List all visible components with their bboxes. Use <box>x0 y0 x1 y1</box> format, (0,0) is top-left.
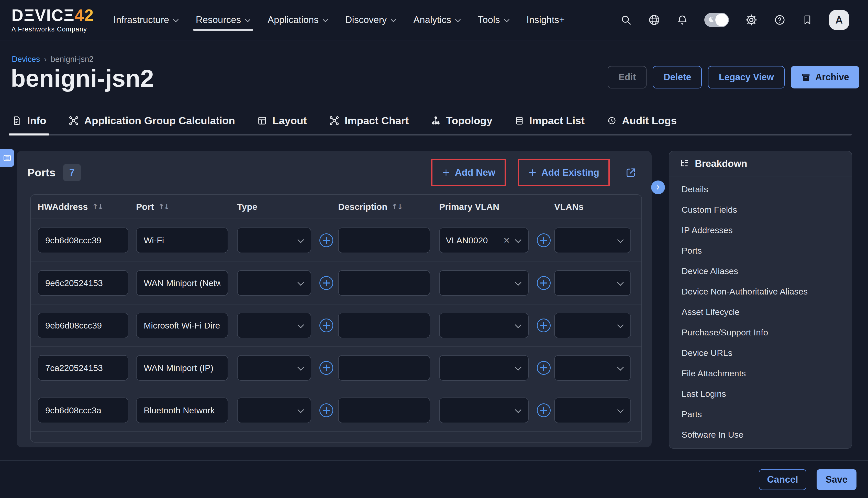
port-input[interactable] <box>136 270 228 296</box>
primary-vlan-select[interactable]: VLAN0020× <box>439 227 529 253</box>
description-input[interactable] <box>338 397 430 423</box>
hwaddress-input[interactable] <box>38 355 128 381</box>
add-type-button[interactable] <box>320 233 333 247</box>
vlans-select[interactable] <box>554 313 631 338</box>
sidebar-item-custom-fields[interactable]: Custom Fields <box>669 199 852 220</box>
help-icon[interactable] <box>774 14 786 26</box>
column-header-port[interactable]: Port↑↓ <box>136 202 237 212</box>
sidebar-item-device-non-authoritative-aliases[interactable]: Device Non-Authoritative Aliases <box>669 281 852 302</box>
primary-vlan-select[interactable] <box>439 270 529 296</box>
add-primary-vlan-button[interactable] <box>537 361 550 375</box>
clear-icon[interactable]: × <box>503 235 510 246</box>
device42-app: DΞVICΞ42 A Freshworks Company Infrastruc… <box>0 0 868 498</box>
column-header-hwaddress[interactable]: HWAddress↑↓ <box>31 202 136 212</box>
table-row <box>31 389 642 431</box>
table-header: HWAddress↑↓ Port↑↓ Type Description↑↓ Pr… <box>31 195 642 219</box>
chevron-down-icon <box>514 322 522 329</box>
tab-audit-logs[interactable]: Audit Logs <box>605 106 678 135</box>
delete-button[interactable]: Delete <box>653 66 702 89</box>
port-input[interactable] <box>136 313 228 338</box>
edit-button[interactable]: Edit <box>608 66 647 89</box>
toggle-knob <box>715 14 728 26</box>
port-input[interactable] <box>136 397 228 423</box>
description-input[interactable] <box>338 270 430 296</box>
tab-bar: Info Application Group Calculation Layou… <box>10 106 852 135</box>
tab-topology[interactable]: Topology <box>429 106 494 135</box>
type-select[interactable] <box>237 397 311 423</box>
add-new-button[interactable]: Add New <box>432 160 505 185</box>
side-panel-flag-button[interactable] <box>0 149 14 167</box>
add-primary-vlan-button[interactable] <box>537 276 550 290</box>
tab-impact-list[interactable]: Impact List <box>513 106 586 135</box>
add-primary-vlan-button[interactable] <box>537 403 550 417</box>
hub-icon <box>68 115 79 126</box>
sidebar-item-parts[interactable]: Parts <box>669 404 852 424</box>
hwaddress-input[interactable] <box>38 227 128 253</box>
theme-toggle[interactable] <box>704 13 729 27</box>
tab-info[interactable]: Info <box>10 106 48 135</box>
description-input[interactable] <box>338 227 430 253</box>
vlans-select[interactable] <box>554 227 631 253</box>
sidebar-item-asset-lifecycle[interactable]: Asset Lifecycle <box>669 302 852 322</box>
sidebar-item-file-attachments[interactable]: File Attachments <box>669 363 852 383</box>
settings-gear-icon[interactable] <box>745 14 757 26</box>
vlans-select[interactable] <box>554 270 631 296</box>
description-input[interactable] <box>338 313 430 338</box>
sidebar-item-last-logins[interactable]: Last Logins <box>669 383 852 404</box>
tab-layout[interactable]: Layout <box>256 106 308 135</box>
nav-item-discovery[interactable]: Discovery <box>345 0 397 40</box>
hwaddress-input[interactable] <box>38 397 128 423</box>
nav-item-infrastructure[interactable]: Infrastructure <box>113 0 179 40</box>
sidebar-item-device-urls[interactable]: Device URLs <box>669 343 852 363</box>
legacy-view-button[interactable]: Legacy View <box>708 66 785 89</box>
primary-vlan-select[interactable] <box>439 313 529 338</box>
type-select[interactable] <box>237 313 311 338</box>
nav-item-analytics[interactable]: Analytics <box>413 0 461 40</box>
port-input[interactable] <box>136 227 228 253</box>
archive-button[interactable]: Archive <box>791 66 859 89</box>
nav-item-tools[interactable]: Tools <box>478 0 509 40</box>
hwaddress-input[interactable] <box>38 313 128 338</box>
vlans-select[interactable] <box>554 355 631 381</box>
tab-impact-chart[interactable]: Impact Chart <box>327 106 411 135</box>
device42-logo[interactable]: DΞVICΞ42 A Freshworks Company <box>12 7 94 33</box>
add-type-button[interactable] <box>320 318 333 332</box>
sidebar-item-software-in-use[interactable]: Software In Use <box>669 424 852 445</box>
hwaddress-input[interactable] <box>38 270 128 296</box>
external-link-icon[interactable] <box>625 167 637 179</box>
tab-application-group-calculation[interactable]: Application Group Calculation <box>67 106 236 135</box>
column-header-description[interactable]: Description↑↓ <box>338 202 439 212</box>
save-button[interactable]: Save <box>817 469 856 490</box>
bookmark-icon[interactable] <box>802 15 813 25</box>
nav-item-applications[interactable]: Applications <box>268 0 328 40</box>
description-input[interactable] <box>338 355 430 381</box>
nav-item-insights[interactable]: Insights+ <box>527 0 565 40</box>
sidebar-item-ports[interactable]: Ports <box>669 240 852 261</box>
globe-icon[interactable] <box>648 14 660 26</box>
port-input[interactable] <box>136 355 228 381</box>
notifications-bell-icon[interactable] <box>677 14 688 26</box>
nav-item-resources[interactable]: Resources <box>196 0 251 40</box>
breadcrumb-devices-link[interactable]: Devices <box>12 55 40 64</box>
add-primary-vlan-button[interactable] <box>537 318 550 332</box>
type-select[interactable] <box>237 355 311 381</box>
sidebar-item-ip-addresses[interactable]: IP Addresses <box>669 220 852 240</box>
user-avatar[interactable]: A <box>829 10 849 30</box>
sidebar-item-device-aliases[interactable]: Device Aliases <box>669 261 852 281</box>
type-select[interactable] <box>237 270 311 296</box>
add-primary-vlan-button[interactable] <box>537 233 550 247</box>
add-type-button[interactable] <box>320 276 333 290</box>
search-icon[interactable] <box>620 14 632 26</box>
cancel-button[interactable]: Cancel <box>759 469 806 490</box>
type-select[interactable] <box>237 227 311 253</box>
add-type-button[interactable] <box>320 361 333 375</box>
sidebar-item-details[interactable]: Details <box>669 179 852 199</box>
sidebar-item-purchase-support-info[interactable]: Purchase/Support Info <box>669 322 852 343</box>
sidebar-collapse-button[interactable] <box>651 181 665 194</box>
add-type-button[interactable] <box>320 403 333 417</box>
primary-vlan-select[interactable] <box>439 397 529 423</box>
top-nav: DΞVICΞ42 A Freshworks Company Infrastruc… <box>0 0 868 40</box>
primary-vlan-select[interactable] <box>439 355 529 381</box>
vlans-select[interactable] <box>554 397 631 423</box>
add-existing-button[interactable]: Add Existing <box>519 160 608 185</box>
